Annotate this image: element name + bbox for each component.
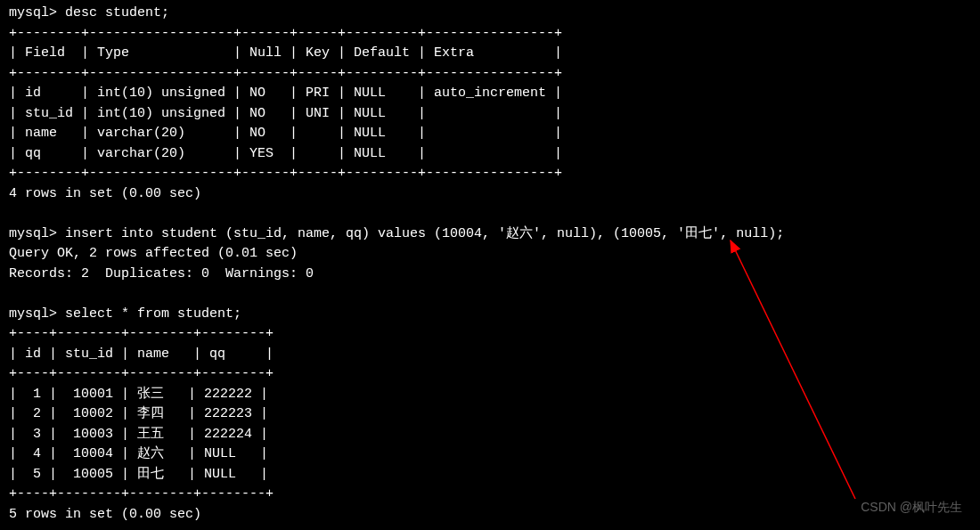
- sel-row: | 3 | 10003 | 王五 | 222224 |: [9, 425, 971, 445]
- cmd-desc: desc student;: [65, 5, 169, 20]
- sel-border-bottom: +----+--------+--------+--------+: [9, 485, 971, 505]
- prompt-line-insert: mysql> insert into student (stu_id, name…: [9, 224, 971, 245]
- sel-result: 5 rows in set (0.00 sec): [9, 505, 971, 526]
- desc-row: | qq | varchar(20) | YES | | NULL | |: [9, 144, 971, 165]
- mysql-prompt: mysql>: [9, 226, 65, 241]
- sel-row: | 1 | 10001 | 张三 | 222222 |: [9, 385, 971, 405]
- blank-line: [9, 284, 971, 305]
- sel-row: | 5 | 10005 | 田七 | NULL |: [9, 465, 971, 485]
- desc-row: | name | varchar(20) | NO | | NULL | |: [9, 124, 971, 144]
- desc-row: | stu_id | int(10) unsigned | NO | UNI |…: [9, 104, 971, 125]
- sel-border-mid: +----+--------+--------+--------+: [9, 364, 971, 385]
- cmd-insert: insert into student (stu_id, name, qq) v…: [65, 226, 784, 241]
- sel-row: | 4 | 10004 | 赵六 | NULL |: [9, 444, 971, 465]
- desc-border-mid: +--------+------------------+------+----…: [9, 64, 971, 85]
- desc-row: | id | int(10) unsigned | NO | PRI | NUL…: [9, 84, 971, 104]
- insert-result-1: Query OK, 2 rows affected (0.01 sec): [9, 244, 971, 265]
- cmd-select: select * from student;: [65, 306, 241, 322]
- mysql-prompt: mysql>: [9, 5, 65, 20]
- sel-header: | id | stu_id | name | qq |: [9, 345, 971, 365]
- sel-border-top: +----+--------+--------+--------+: [9, 324, 971, 345]
- desc-border-top: +--------+------------------+------+----…: [9, 24, 971, 45]
- desc-border-bottom: +--------+------------------+------+----…: [9, 164, 971, 184]
- mysql-prompt: mysql>: [9, 306, 65, 322]
- watermark: CSDN @枫叶先生: [861, 498, 962, 517]
- desc-result: 4 rows in set (0.00 sec): [9, 184, 971, 205]
- desc-header: | Field | Type | Null | Key | Default | …: [9, 44, 971, 64]
- prompt-line-select: mysql> select * from student;: [9, 305, 971, 325]
- blank-line: [9, 204, 971, 224]
- sel-row: | 2 | 10002 | 李四 | 222223 |: [9, 404, 971, 425]
- insert-result-2: Records: 2 Duplicates: 0 Warnings: 0: [9, 265, 971, 285]
- prompt-line-desc: mysql> desc student;: [9, 4, 971, 24]
